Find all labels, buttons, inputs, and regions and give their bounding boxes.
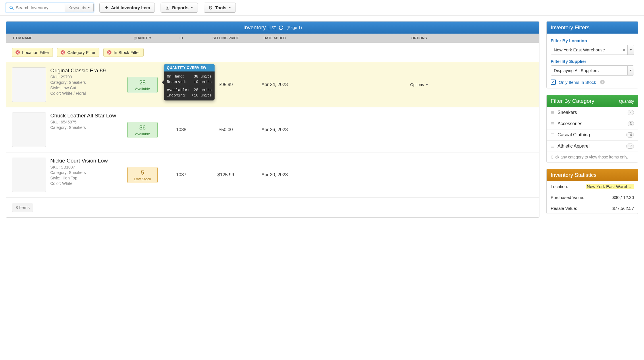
category-row[interactable]: Accessories 3 <box>547 118 638 129</box>
col-options: OPTIONS <box>299 36 539 40</box>
chevron-down-icon <box>88 7 90 8</box>
category-count: 14 <box>626 132 634 138</box>
category-row[interactable]: Sneakers 4 <box>547 107 638 118</box>
chip-stock-filter[interactable]: In Stock Filter <box>103 48 144 57</box>
tooltip-row: Reserved:10 units <box>167 79 212 85</box>
category-row[interactable]: Athletic Apparel 17 <box>547 140 638 152</box>
tooltip-title: QUANTITY OVERVIEW <box>164 64 215 71</box>
chevron-down-icon[interactable] <box>627 45 634 55</box>
table-row[interactable]: Nickie Court Vision Low SKU: SB1037 Cate… <box>6 152 539 197</box>
close-icon[interactable] <box>16 50 20 55</box>
category-count: 3 <box>628 121 634 126</box>
check-icon: ✓ <box>552 80 555 84</box>
gear-icon <box>209 5 213 10</box>
svg-line-1 <box>12 8 14 10</box>
quantity-number: 5 <box>128 169 157 176</box>
chip-category-filter[interactable]: Category Filter <box>57 48 99 57</box>
panel-title: Inventory Filters <box>547 22 638 34</box>
item-name: Original Classic Era 89 <box>50 67 106 74</box>
item-id: 1038 <box>161 127 201 132</box>
item-price: $125.99 <box>201 172 250 177</box>
table-row[interactable]: Original Classic Era 89 SKU: 29799 Categ… <box>6 62 539 107</box>
tooltip-row: Incoming:+16 units <box>167 93 212 98</box>
category-name: Athletic Apparel <box>558 144 623 149</box>
location-select[interactable]: New York East Warehouse × <box>551 45 634 55</box>
row-options-button[interactable]: Options <box>299 82 539 87</box>
add-inventory-item-button[interactable]: Add Inventory Item <box>99 3 155 13</box>
location-filter-label: Filter By Location <box>551 38 634 43</box>
svg-point-8 <box>210 7 211 8</box>
refresh-icon[interactable] <box>279 25 284 30</box>
only-in-stock-checkbox[interactable]: ✓ <box>551 80 556 85</box>
quantity-badge[interactable]: 28 Available <box>127 77 158 93</box>
quantity-badge[interactable]: 5 Low Stock <box>127 167 158 183</box>
category-name: Sneakers <box>558 110 624 115</box>
quantity-overview-tooltip: QUANTITY OVERVIEW On Hand:38 units Reser… <box>164 64 215 100</box>
supplier-select-value: Displaying All Suppliers <box>551 66 627 75</box>
search-input[interactable] <box>6 3 65 12</box>
col-price: SELLING PRICE <box>201 36 250 40</box>
item-name: Nickie Court Vision Low <box>50 158 108 164</box>
plus-icon <box>104 5 109 10</box>
tools-button[interactable]: Tools <box>204 3 236 13</box>
category-filter-panel: Filter By Category Quantity Sneakers 4 A… <box>546 95 638 162</box>
search-type-dropdown[interactable]: Keywords <box>65 3 93 12</box>
quantity-badge[interactable]: 36 Available <box>127 122 158 138</box>
item-id: 1037 <box>161 172 201 177</box>
category-count: 4 <box>628 110 634 115</box>
close-icon[interactable] <box>61 50 65 55</box>
chevron-down-icon <box>229 7 231 8</box>
drag-handle-icon[interactable] <box>551 111 554 114</box>
reports-label: Reports <box>172 5 188 10</box>
svg-point-0 <box>10 6 12 9</box>
chevron-down-icon[interactable] <box>627 66 634 75</box>
options-label: Options <box>410 82 424 87</box>
panel-title: Filter By Category <box>551 98 594 104</box>
quantity-label: Available <box>128 132 157 136</box>
stat-row: Purchased Value: $30,112.30 <box>547 192 638 203</box>
item-category: Category: Sneakers <box>50 170 108 175</box>
column-headers: ITEM NAME QUANTITY ID SELLING PRICE DATE… <box>6 34 539 43</box>
product-thumbnail[interactable] <box>12 113 46 147</box>
quantity-number: 36 <box>128 124 157 131</box>
top-toolbar: Keywords Add Inventory Item Reports Tool… <box>0 0 644 16</box>
clear-icon[interactable]: × <box>621 45 627 55</box>
item-style: Style: High Top <box>50 176 108 180</box>
inventory-statistics-panel: Inventory Statistics Location: New York … <box>546 169 638 214</box>
tools-label: Tools <box>215 5 226 10</box>
item-name: Chuck Leather All Star Low <box>50 113 116 119</box>
stat-row: Resale Value: $77,562.57 <box>547 203 638 214</box>
item-sku: SKU: SB1037 <box>50 165 108 169</box>
drag-handle-icon[interactable] <box>551 133 554 136</box>
item-category: Category: Sneakers <box>50 125 116 130</box>
active-filter-chips: Location Filter Category Filter In Stock… <box>6 43 539 62</box>
search-type-label: Keywords <box>68 5 86 10</box>
category-count: 17 <box>626 144 634 149</box>
page-label: (Page 1) <box>286 25 302 30</box>
item-category: Category: Sneakers <box>50 80 106 85</box>
product-thumbnail[interactable] <box>12 158 46 192</box>
chip-location-filter[interactable]: Location Filter <box>12 48 53 57</box>
category-name: Casual Clothing <box>558 132 623 138</box>
stat-key: Resale Value: <box>551 206 577 211</box>
table-row[interactable]: Chuck Leather All Star Low SKU: 6545875 … <box>6 107 539 152</box>
info-icon[interactable]: i <box>600 80 605 84</box>
drag-handle-icon[interactable] <box>551 145 554 148</box>
category-row[interactable]: Casual Clothing 14 <box>547 129 638 140</box>
supplier-select[interactable]: Displaying All Suppliers <box>551 65 634 76</box>
stat-value: $77,562.57 <box>612 206 634 211</box>
close-icon[interactable] <box>107 50 111 55</box>
reports-button[interactable]: Reports <box>161 3 198 13</box>
item-price: $50.00 <box>201 127 250 132</box>
location-select-value: New York East Warehouse <box>551 45 621 55</box>
chip-label: Location Filter <box>22 50 49 55</box>
tooltip-row: Available:28 units <box>167 87 212 93</box>
stat-key: Location: <box>551 184 568 189</box>
stat-key: Purchased Value: <box>551 195 584 200</box>
item-style: Style: Low Cut <box>50 86 106 90</box>
search-box: Keywords <box>6 3 94 12</box>
product-thumbnail[interactable] <box>12 67 46 102</box>
drag-handle-icon[interactable] <box>551 122 554 125</box>
inventory-list-panel: Inventory List (Page 1) ITEM NAME QUANTI… <box>6 21 539 218</box>
stat-row: Location: New York East Wareh… <box>547 181 638 192</box>
